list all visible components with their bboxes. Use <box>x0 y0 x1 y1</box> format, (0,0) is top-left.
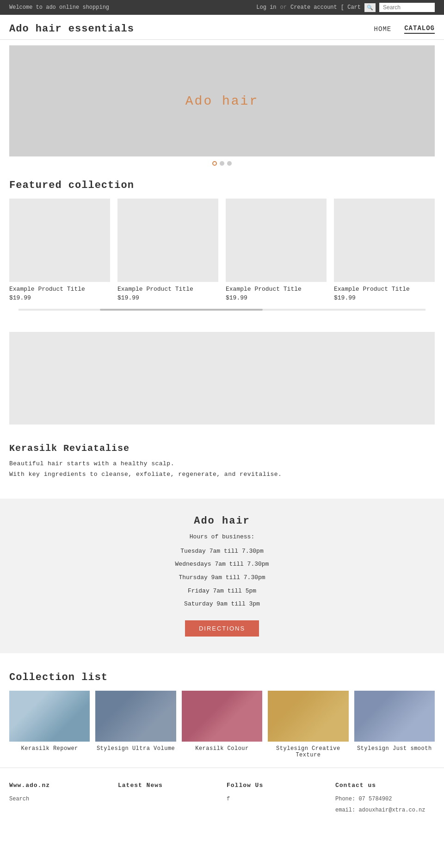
top-bar-actions: Log in or Create account [ Cart 🔍 <box>256 3 435 12</box>
scroll-thumb <box>100 309 263 311</box>
nav-catalog[interactable]: CATALOG <box>404 25 435 34</box>
footer-search-link[interactable]: Search <box>9 793 109 805</box>
footer-col-1-heading: Latest News <box>118 782 217 789</box>
footer-col-2: Follow Us f <box>227 782 326 816</box>
footer-col-0-heading: Www.ado.nz <box>9 782 109 789</box>
hours-label: Hours of business: <box>9 533 435 540</box>
main-nav: HOME CATALOG <box>374 25 435 34</box>
dot-1[interactable] <box>212 161 217 166</box>
footer-col-2-heading: Follow Us <box>227 782 326 789</box>
hero-text: Ado hair <box>185 94 259 108</box>
product-card-2[interactable]: Example Product Title $19.99 <box>117 199 218 301</box>
large-image-area <box>9 332 435 425</box>
top-bar: Welcome to ado online shopping Log in or… <box>0 0 444 15</box>
scroll-indicator[interactable] <box>18 309 426 311</box>
collection-label-3: Stylesign Creative Texture <box>268 745 348 758</box>
collection-item-3[interactable]: Stylesign Creative Texture <box>268 691 348 758</box>
kerasilk-title: Kerasilk Reviatalise <box>9 443 435 454</box>
product-title-2: Example Product Title <box>117 286 218 293</box>
footer-col-3-heading: Contact us <box>335 782 435 789</box>
dot-2[interactable] <box>220 161 224 166</box>
dot-3[interactable] <box>227 161 232 166</box>
business-title: Ado hair <box>9 515 435 527</box>
footer-email: email: adouxhair@xtra.co.nz <box>335 805 435 816</box>
hours-3: Friday 7am till 5pm <box>9 585 435 598</box>
collection-label-2: Kerasilk Colour <box>195 745 249 752</box>
kerasilk-section: Kerasilk Reviatalise Beautiful hair star… <box>0 434 444 489</box>
nav-home[interactable]: HOME <box>374 25 392 33</box>
collection-img-4 <box>354 691 435 742</box>
slideshow-dots <box>9 156 435 170</box>
product-card-4[interactable]: Example Product Title $19.99 <box>334 199 435 301</box>
search-input[interactable] <box>379 3 435 12</box>
collection-section: Collection list Kerasilk Repower Stylesi… <box>0 662 444 768</box>
main-header: Ado hair essentials HOME CATALOG <box>0 15 444 40</box>
kerasilk-line2: With key ingredients to cleanse, exfolia… <box>9 469 435 480</box>
business-section: Ado hair Hours of business: Tuesday 7am … <box>0 499 444 653</box>
product-price-4: $19.99 <box>334 294 435 301</box>
search-icon: 🔍 <box>364 3 376 12</box>
welcome-text: Welcome to ado online shopping <box>9 4 109 11</box>
featured-section: Featured collection Example Product Titl… <box>0 170 444 323</box>
footer-col-1: Latest News <box>118 782 217 816</box>
product-grid: Example Product Title $19.99 Example Pro… <box>9 199 435 301</box>
product-title-4: Example Product Title <box>334 286 435 293</box>
product-image-2 <box>117 199 218 282</box>
site-title: Ado hair essentials <box>9 23 134 35</box>
collection-item-2[interactable]: Kerasilk Colour <box>182 691 262 758</box>
product-image-3 <box>226 199 327 282</box>
hours-0: Tuesday 7am till 7.30pm <box>9 545 435 558</box>
collection-grid: Kerasilk Repower Stylesign Ultra Volume … <box>9 691 435 758</box>
separator: or <box>280 4 287 11</box>
product-title-1: Example Product Title <box>9 286 110 293</box>
hours-2: Thursday 9am till 7.30pm <box>9 571 435 585</box>
collection-img-1 <box>95 691 176 742</box>
hours-4: Saturday 9am till 3pm <box>9 598 435 611</box>
footer-col-0: Www.ado.nz Search <box>9 782 109 816</box>
collection-label-4: Stylesign Just smooth <box>357 745 432 752</box>
product-price-2: $19.99 <box>117 294 218 301</box>
footer-grid: Www.ado.nz Search Latest News Follow Us … <box>9 782 435 816</box>
collection-img-3 <box>268 691 348 742</box>
facebook-link[interactable]: f <box>227 793 326 805</box>
hours-1: Wednesdays 7am till 7.30pm <box>9 558 435 571</box>
collection-label-0: Kerasilk Repower <box>21 745 78 752</box>
product-image-4 <box>334 199 435 282</box>
footer: Www.ado.nz Search Latest News Follow Us … <box>0 768 444 825</box>
product-card-1[interactable]: Example Product Title $19.99 <box>9 199 110 301</box>
footer-phone: Phone: 07 5784902 <box>335 793 435 805</box>
hero-image: Ado hair <box>9 45 435 156</box>
kerasilk-line1: Beautiful hair starts with a healthy sca… <box>9 458 435 469</box>
product-price-3: $19.99 <box>226 294 327 301</box>
hours-list: Tuesday 7am till 7.30pm Wednesdays 7am t… <box>9 545 435 611</box>
product-image-1 <box>9 199 110 282</box>
product-price-1: $19.99 <box>9 294 110 301</box>
create-account-link[interactable]: Create account <box>290 4 337 11</box>
product-card-3[interactable]: Example Product Title $19.99 <box>226 199 327 301</box>
collection-img-2 <box>182 691 262 742</box>
featured-title: Featured collection <box>9 180 435 191</box>
collection-item-0[interactable]: Kerasilk Repower <box>9 691 90 758</box>
cart-link[interactable]: [ Cart <box>341 4 361 11</box>
login-link[interactable]: Log in <box>256 4 276 11</box>
footer-col-3: Contact us Phone: 07 5784902 email: adou… <box>335 782 435 816</box>
hero-section: Ado hair <box>9 45 435 170</box>
collection-title: Collection list <box>9 672 435 683</box>
product-title-3: Example Product Title <box>226 286 327 293</box>
collection-img-0 <box>9 691 90 742</box>
directions-button[interactable]: DIRECTIONS <box>185 620 259 637</box>
collection-label-1: Stylesign Ultra Volume <box>97 745 175 752</box>
collection-item-1[interactable]: Stylesign Ultra Volume <box>95 691 176 758</box>
collection-item-4[interactable]: Stylesign Just smooth <box>354 691 435 758</box>
